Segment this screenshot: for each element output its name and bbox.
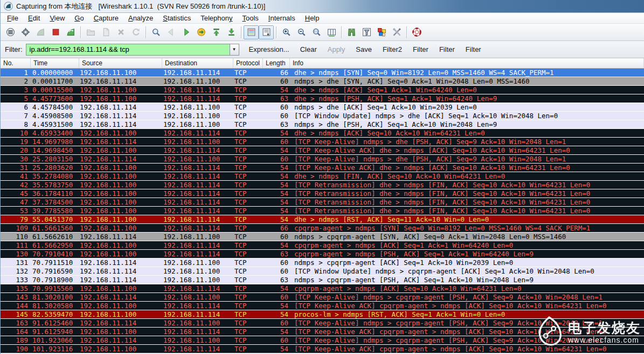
cell-proto: TCP [233, 215, 263, 223]
cell-time: 70.7911510 [31, 258, 79, 267]
packet-row-2[interactable]: 20.00011700192.168.11.114192.168.11.100T… [1, 77, 644, 86]
svg-text:1:1: 1:1 [314, 30, 317, 33]
display-filter-input[interactable] [26, 44, 230, 56]
colorize-button[interactable] [244, 25, 259, 39]
help-button[interactable] [409, 25, 424, 39]
coloring-rules-button[interactable] [374, 25, 389, 39]
filter-filter-button[interactable]: Filter [407, 44, 434, 55]
packet-row-135[interactable]: 13570.9915560192.168.11.100192.168.11.11… [1, 284, 644, 293]
column-header-time[interactable]: Time [31, 58, 79, 68]
column-header-info[interactable]: Info [290, 58, 644, 68]
file-save-button[interactable] [98, 25, 113, 39]
menu-telephony[interactable]: Telephony [196, 13, 237, 23]
packet-row-53[interactable]: 5339.7785580192.168.11.100192.168.11.114… [1, 207, 644, 215]
resize-columns-button[interactable] [324, 25, 339, 39]
display-filter-button[interactable] [359, 25, 374, 39]
menu-statistics[interactable]: Statistics [158, 13, 196, 23]
column-header-length[interactable]: Length [263, 58, 290, 68]
preferences-button[interactable] [389, 25, 404, 39]
packet-row-1[interactable]: 10.00000000192.168.11.100192.168.11.114T… [1, 69, 644, 77]
packet-row-130[interactable]: 13070.7910410192.168.11.100192.168.11.11… [1, 250, 644, 258]
cell-time: 70.9915560 [31, 284, 79, 292]
packet-row-45[interactable]: 4536.1784110192.168.11.100192.168.11.114… [1, 189, 644, 198]
menu-capture[interactable]: Capture [89, 13, 123, 23]
packet-row-189[interactable]: 189101.923066192.168.11.114192.168.11.10… [1, 336, 644, 345]
cell-src: 192.168.11.114 [79, 103, 162, 111]
menu-analyze[interactable]: Analyze [123, 13, 158, 23]
go-to-packet-button[interactable] [193, 25, 209, 39]
capture-restart-button[interactable] [63, 25, 78, 39]
packet-row-7[interactable]: 74.45908500192.168.11.114192.168.11.100T… [1, 112, 644, 120]
go-forward-button[interactable] [178, 25, 193, 39]
packet-row-79[interactable]: 7955.0451370192.168.11.100192.168.11.114… [1, 215, 644, 224]
go-bottom-button[interactable] [224, 25, 239, 39]
menu-help[interactable]: Help [300, 13, 324, 23]
column-header-no[interactable]: No. [1, 58, 31, 68]
menu-internals[interactable]: Internals [264, 13, 300, 23]
column-header-source[interactable]: Source [79, 58, 162, 68]
toolbar-separator [341, 26, 342, 38]
cell-proto: TCP [233, 302, 263, 310]
menu-view[interactable]: View [45, 13, 70, 23]
menu-go[interactable]: Go [70, 13, 88, 23]
packet-row-131[interactable]: 13170.7911510192.168.11.114192.168.11.10… [1, 258, 644, 267]
filter-filter-button[interactable]: Filter [460, 44, 487, 55]
menu-edit[interactable]: Edit [23, 13, 45, 23]
cell-info: ndmps > cpqrpm-agent [ACK] Seq=1 Ack=10 … [290, 258, 644, 267]
packet-row-111[interactable]: 11161.5662950192.168.11.100192.168.11.11… [1, 241, 644, 250]
packet-row-145[interactable]: 14582.5359470192.168.11.100192.168.11.11… [1, 310, 644, 319]
cell-len: 66 [263, 224, 290, 232]
preferences-icon [392, 28, 401, 37]
find-button[interactable] [148, 25, 163, 39]
packet-row-8[interactable]: 84.45931500192.168.11.114192.168.11.100T… [1, 120, 644, 129]
packet-row-3[interactable]: 30.00015500192.168.11.100192.168.11.114T… [1, 86, 644, 94]
packet-row-6[interactable]: 64.45784500192.168.11.114192.168.11.100T… [1, 103, 644, 112]
packet-row-42[interactable]: 4235.5783750192.168.11.100192.168.11.114… [1, 181, 644, 189]
packet-row-133[interactable]: 13370.7918900192.168.11.114192.168.11.10… [1, 276, 644, 284]
packet-row-20[interactable]: 2014.9698450192.168.11.100192.168.11.114… [1, 146, 644, 155]
packet-row-164[interactable]: 16491.6125940192.168.11.100192.168.11.11… [1, 328, 644, 336]
reload-button[interactable] [128, 25, 143, 39]
filter-filter2-button[interactable]: Filter2 [377, 44, 407, 55]
go-back-button[interactable] [163, 25, 178, 39]
packet-row-143[interactable]: 14381.3020100192.168.11.114192.168.11.10… [1, 293, 644, 302]
zoom-actual-button[interactable]: 1:1 [309, 25, 324, 39]
menu-file[interactable]: File [2, 13, 23, 23]
autoscroll-button[interactable] [259, 25, 274, 39]
packet-row-144[interactable]: 14481.3020580192.168.11.100192.168.11.11… [1, 302, 644, 310]
filter-filter-button[interactable]: Filter [434, 44, 460, 55]
column-header-protocol[interactable]: Protocol [233, 58, 263, 68]
packet-row-30[interactable]: 3025.2803150192.168.11.114192.168.11.100… [1, 155, 644, 164]
list-interfaces-button[interactable] [3, 25, 18, 39]
file-open-button[interactable] [83, 25, 98, 39]
packet-row-190[interactable]: 190101.923116192.168.11.100192.168.11.11… [1, 345, 644, 353]
filter-clear-button[interactable]: Clear [295, 44, 322, 55]
packet-row-10[interactable]: 104.65933400192.168.11.100192.168.11.114… [1, 129, 644, 138]
colorize-icon [247, 28, 256, 37]
packet-row-109[interactable]: 10961.5661560192.168.11.100192.168.11.11… [1, 224, 644, 233]
menu-tools[interactable]: Tools [238, 13, 264, 23]
packet-row-5[interactable]: 54.45773600192.168.11.100192.168.11.114T… [1, 94, 644, 103]
filter-apply-button[interactable]: Apply [322, 44, 351, 55]
go-top-button[interactable] [209, 25, 224, 39]
capture-stop-button[interactable] [48, 25, 63, 39]
cell-time: 101.923066 [31, 336, 79, 344]
packet-row-132[interactable]: 13270.7916590192.168.11.114192.168.11.10… [1, 267, 644, 276]
packet-row-41[interactable]: 4135.2784080192.168.11.100192.168.11.114… [1, 172, 644, 181]
file-close-button[interactable] [113, 25, 128, 39]
capture-options-button[interactable] [18, 25, 33, 39]
zoom-in-button[interactable] [279, 25, 294, 39]
column-header-destination[interactable]: Destination [162, 58, 233, 68]
packet-row-19[interactable]: 1914.9697980192.168.11.114192.168.11.100… [1, 138, 644, 146]
filter-expression-button[interactable]: Expression... [244, 44, 295, 55]
filter-save-button[interactable]: Save [350, 44, 377, 55]
packet-row-47[interactable]: 4737.3784500192.168.11.100192.168.11.114… [1, 198, 644, 207]
cell-no: 79 [1, 215, 31, 223]
zoom-out-button[interactable] [294, 25, 309, 39]
packet-row-110[interactable]: 11061.5662610192.168.11.114192.168.11.10… [1, 233, 644, 241]
packet-row-163[interactable]: 16391.6125460192.168.11.114192.168.11.10… [1, 319, 644, 328]
capture-start-button[interactable] [33, 25, 48, 39]
capture-filter-button[interactable] [344, 25, 359, 39]
packet-row-31[interactable]: 3125.2803620192.168.11.100192.168.11.114… [1, 164, 644, 172]
filter-dropdown-button[interactable]: ▼ [230, 44, 239, 56]
